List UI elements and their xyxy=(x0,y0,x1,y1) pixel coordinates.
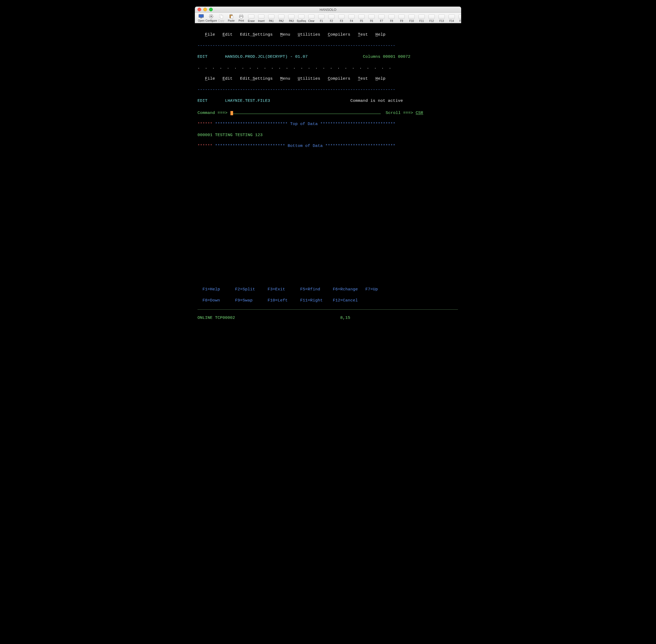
toolbar-f3[interactable]: F3 xyxy=(337,14,346,22)
blank-button-icon xyxy=(368,15,375,19)
toolbar-clear[interactable]: Clear xyxy=(307,14,316,22)
ispf-menu-2[interactable]: File Edit Edit_Settings Menu Utilities C… xyxy=(197,76,459,82)
toolbar-sysreq[interactable]: SysReq xyxy=(297,14,306,22)
menu-help[interactable]: Help xyxy=(375,32,385,37)
blank-button-icon xyxy=(358,15,365,19)
blank-button-icon xyxy=(398,15,405,19)
toolbar-label: PA1 xyxy=(269,20,274,22)
fkey-f11[interactable]: F11=Right xyxy=(300,298,333,303)
edit-header-2: EDIT LHAYNIE.TEST.FILE3 Command is not a… xyxy=(197,98,459,104)
svg-point-2 xyxy=(210,16,212,17)
toolbar-copy[interactable]: Copy xyxy=(216,14,226,22)
toolbar-open[interactable]: Open xyxy=(196,14,206,22)
blank-button-icon xyxy=(408,15,415,19)
toolbar-configure[interactable]: Configure xyxy=(207,14,216,22)
toolbar-f1[interactable]: F1 xyxy=(317,14,326,22)
blank-button-icon xyxy=(308,15,314,19)
toolbar-f15[interactable]: F15 xyxy=(457,14,461,22)
menu-test[interactable]: Test xyxy=(358,32,368,37)
fkey-f8[interactable]: F8=Down xyxy=(203,298,235,303)
fkey-f6[interactable]: F6=Rchange xyxy=(333,287,366,292)
fkey-f1[interactable]: F1=Help xyxy=(203,287,235,292)
ispf-menu-1[interactable]: File Edit Edit_Settings Menu Utilities C… xyxy=(197,32,459,38)
blank-button-icon xyxy=(338,15,345,19)
edit-header-1: EDIT HANSOLO.PROD.JCL(DECRYPT) - 01.07 C… xyxy=(197,54,459,60)
fkey-row-1: F1=Help F2=Split F3=Exit F5=Rfind F6=Rch… xyxy=(197,287,459,292)
menu-edit[interactable]: Edit xyxy=(222,32,233,37)
zoom-icon[interactable] xyxy=(209,8,213,12)
menu-menu[interactable]: Menu xyxy=(280,76,290,81)
data-line[interactable]: 000001 TESTING TESTING 123 xyxy=(197,132,459,138)
toolbar-f10[interactable]: F10 xyxy=(407,14,416,22)
svg-rect-12 xyxy=(220,15,223,18)
toolbar-label: F6 xyxy=(370,20,373,22)
menu-file[interactable]: File xyxy=(205,76,215,81)
minimize-icon[interactable] xyxy=(203,8,207,12)
toolbar-pa2[interactable]: PA2 xyxy=(277,14,286,22)
toolbar-label: F12 xyxy=(429,20,434,22)
divider: ----------------------------------------… xyxy=(197,43,459,48)
toolbar-label: F11 xyxy=(419,20,424,22)
toolbar-f2[interactable]: F2 xyxy=(327,14,336,22)
toolbar-f13[interactable]: F13 xyxy=(437,14,446,22)
toolbar-print[interactable]: Print xyxy=(236,14,246,22)
blank-button-icon xyxy=(318,15,325,19)
toolbar-label: Print xyxy=(239,19,244,22)
toolbar-f12[interactable]: F12 xyxy=(427,14,436,22)
close-icon[interactable] xyxy=(197,8,201,12)
menu-utilities[interactable]: Utilities xyxy=(298,32,320,37)
fkey-f9[interactable]: F9=Swap xyxy=(235,298,268,303)
toolbar-label: F13 xyxy=(439,20,444,22)
monitor-icon xyxy=(198,14,204,19)
menu-edit_settings[interactable]: Edit_Settings xyxy=(240,32,273,37)
menu-compilers[interactable]: Compilers xyxy=(328,32,350,37)
toolbar-f4[interactable]: F4 xyxy=(347,14,356,22)
command-line[interactable]: Command ===> Scroll ===> CSR xyxy=(197,109,459,116)
toolbar-label: Open xyxy=(198,19,204,22)
toolbar-f14[interactable]: F14 xyxy=(447,14,456,22)
menu-help[interactable]: Help xyxy=(375,76,385,81)
fkey-f3[interactable]: F3=Exit xyxy=(267,287,300,292)
titlebar: HANSOLO xyxy=(195,6,461,13)
fkey-f7[interactable]: F7=Up xyxy=(366,287,398,292)
menu-menu[interactable]: Menu xyxy=(280,32,290,37)
status-line: ONLINE TCP00002 8,15 xyxy=(197,315,459,321)
command-input[interactable] xyxy=(233,109,381,114)
blank-button-icon xyxy=(418,15,425,19)
menu-compilers[interactable]: Compilers xyxy=(328,76,350,81)
svg-rect-0 xyxy=(199,15,204,18)
divider: ----------------------------------------… xyxy=(197,87,459,93)
menu-edit[interactable]: Edit xyxy=(222,76,233,81)
menu-utilities[interactable]: Utilities xyxy=(298,76,320,81)
terminal-screen[interactable]: File Edit Edit_Settings Menu Utilities C… xyxy=(195,23,461,337)
fkey-f10[interactable]: F10=Left xyxy=(267,298,300,303)
fkey-f12[interactable]: F12=Cancel xyxy=(333,298,366,303)
blank-button-icon xyxy=(328,15,334,19)
menu-test[interactable]: Test xyxy=(358,76,368,81)
toolbar-f9[interactable]: F9 xyxy=(397,14,406,22)
toolbar-label: SysReq xyxy=(297,20,306,22)
toolbar-f7[interactable]: F7 xyxy=(377,14,386,22)
blank-button-icon xyxy=(298,15,305,19)
split-divider: . . . . . . . . . . . . . . . . . . . . … xyxy=(197,65,459,70)
fkey-row-2: F8=Down F9=Swap F10=Left F11=Right F12=C… xyxy=(197,298,459,303)
menu-edit_settings[interactable]: Edit_Settings xyxy=(240,76,273,81)
svg-line-9 xyxy=(210,17,210,18)
toolbar-f8[interactable]: F8 xyxy=(387,14,396,22)
toolbar-pa3[interactable]: PA3 xyxy=(287,14,296,22)
toolbar-f5[interactable]: F5 xyxy=(357,14,366,22)
fkey-f5[interactable]: F5=Rfind xyxy=(300,287,333,292)
toolbar-paste[interactable]: Paste xyxy=(227,14,236,22)
toolbar-label: PA2 xyxy=(279,20,284,22)
fkey-f2[interactable]: F2=Split xyxy=(235,287,268,292)
blank-button-icon xyxy=(268,15,275,19)
toolbar-pa1[interactable]: PA1 xyxy=(266,14,276,22)
toolbar-f6[interactable]: F6 xyxy=(367,14,376,22)
blank-button-icon xyxy=(248,15,254,19)
toolbar-label: F8 xyxy=(390,20,393,22)
toolbar-f11[interactable]: F11 xyxy=(417,14,426,22)
toolbar-erase[interactable]: Erase xyxy=(247,14,256,22)
toolbar-insert[interactable]: Insert xyxy=(257,14,266,22)
scroll-value[interactable]: CSR xyxy=(416,111,423,115)
menu-file[interactable]: File xyxy=(205,32,215,37)
